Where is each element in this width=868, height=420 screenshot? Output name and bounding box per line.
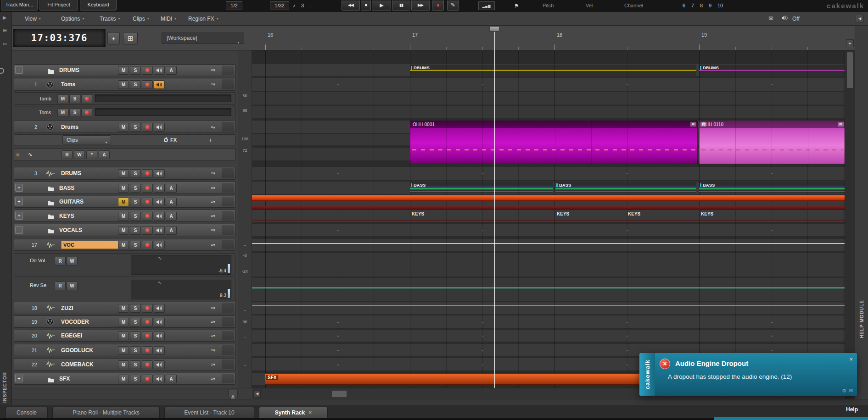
record-arm-button[interactable] — [142, 212, 153, 221]
track-row-toms[interactable]: 1TomsMS≡▾ — [14, 78, 235, 91]
lane-expand-icon[interactable]: ≡▾ — [211, 199, 215, 204]
input-echo-button[interactable] — [154, 80, 165, 89]
record-arm-button[interactable] — [142, 241, 153, 249]
toolbar-tab-track-man-[interactable]: Track Man... — [1, 0, 38, 11]
scroll-left-button[interactable]: ◀ — [253, 390, 261, 398]
grid-resolution-value[interactable]: 1/32 — [270, 1, 289, 10]
input-echo-button[interactable] — [154, 184, 165, 193]
record-arm-button[interactable] — [81, 94, 92, 103]
lane-expand-icon[interactable]: ≡▾ — [211, 362, 215, 367]
solo-button[interactable]: S — [130, 346, 141, 355]
record-arm-button[interactable] — [142, 198, 153, 206]
lane-expand-icon[interactable]: ≡▾ — [211, 68, 215, 72]
grid-icon[interactable]: ⊞ — [3, 28, 7, 33]
lane-expand-icon[interactable]: ≡▾ — [211, 82, 215, 87]
clip-drums-measure19[interactable]: DRUMS — [699, 65, 845, 76]
clip-bass-3[interactable]: BASS — [699, 182, 845, 193]
loop-number[interactable]: 8 — [700, 3, 703, 8]
horizontal-scrollbar-thumb[interactable] — [332, 391, 347, 397]
track-row-rev-se[interactable]: Rev SeRW∿-9.3 — [14, 278, 235, 301]
scissors-icon[interactable]: ✄ — [3, 41, 7, 47]
loop-number[interactable]: 7 — [691, 3, 694, 8]
toolbar-tab-fit-project[interactable]: Fit Project — [39, 0, 78, 11]
record-arm-button[interactable] — [142, 318, 153, 326]
track-row-comeback[interactable]: 22COMEBACKMS≡▾ — [14, 358, 235, 370]
mute-button[interactable]: M — [118, 304, 129, 313]
record-arm-button[interactable] — [142, 346, 153, 355]
lane-expand-icon[interactable]: ≡▾ — [211, 243, 215, 247]
add-fx-button[interactable]: + — [209, 137, 213, 144]
input-echo-button[interactable] — [154, 318, 165, 326]
track-row-bass[interactable]: +BASSMSA≡▾ — [14, 182, 235, 194]
stop-button[interactable]: ■ — [361, 0, 371, 11]
solo-button[interactable]: S — [130, 169, 141, 178]
lane-expand-icon[interactable]: ≡▾ — [211, 333, 215, 338]
read-automation-button[interactable]: R — [55, 257, 66, 265]
tab-close-icon[interactable]: × — [308, 409, 312, 416]
speaker-icon[interactable] — [781, 15, 789, 22]
solo-button[interactable]: S — [130, 375, 141, 383]
record-arm-button[interactable] — [142, 80, 153, 89]
solo-button[interactable]: S — [130, 66, 141, 75]
timeline-ruler[interactable]: 16171819 — [252, 26, 845, 50]
lane-expand-icon[interactable]: ≡▾ — [211, 348, 215, 353]
clip-keys-4[interactable]: KEYS — [701, 211, 713, 216]
lane-clip-field[interactable] — [95, 94, 231, 102]
fx-power-button[interactable]: FX — [164, 137, 177, 143]
input-echo-button[interactable] — [154, 346, 165, 355]
mute-button[interactable]: M — [118, 226, 129, 235]
input-echo-off-label[interactable]: Off — [792, 16, 800, 22]
workspace-dropdown[interactable]: [Workspace] ▼ — [162, 33, 244, 44]
play-button[interactable]: ▶ — [372, 0, 391, 11]
solo-button[interactable]: S — [130, 226, 141, 235]
folder-expander-button[interactable]: + — [15, 184, 23, 192]
envelope-icon[interactable]: ✉ — [849, 388, 853, 394]
track-row-keys[interactable]: +KEYSMSA≡▾ — [14, 210, 235, 222]
snap-value[interactable]: 1/2 — [226, 1, 242, 10]
lane-expand-icon[interactable]: ≡▾ — [211, 306, 215, 310]
input-echo-button[interactable] — [154, 304, 165, 313]
help-link[interactable]: Help — [846, 406, 858, 413]
record-arm-button[interactable] — [142, 226, 153, 235]
lane-expand-icon[interactable]: ≡▾ — [211, 171, 215, 176]
vertical-scrollbar[interactable] — [845, 50, 855, 388]
help-module-label[interactable]: HELP MODULE — [859, 300, 864, 338]
mute-button[interactable]: M — [118, 212, 129, 221]
mute-button[interactable]: M — [118, 169, 129, 178]
record-arm-button[interactable] — [142, 304, 153, 313]
solo-button[interactable]: S — [130, 304, 141, 313]
track-row-sfx[interactable]: +SFXMSA≡▾ — [14, 373, 235, 385]
lane-expand-icon[interactable]: ≡▴ — [211, 125, 215, 129]
clip-ohh-0001[interactable]: OHH-0001⇄ — [410, 121, 698, 164]
record-arm-button[interactable] — [142, 169, 153, 178]
gear-icon[interactable]: ⚙ — [842, 388, 846, 394]
track-row-drums[interactable]: 2DrumsMS≡▴ — [14, 121, 235, 133]
automation-display[interactable]: ∿-9.4 — [131, 255, 231, 275]
collapse-track-panel-button[interactable]: ▲ — [228, 390, 238, 398]
add-track-button[interactable]: + — [107, 32, 120, 44]
clip-keys-2[interactable]: KEYS — [557, 211, 569, 216]
clip-drums-measure17[interactable]: DRUMS — [410, 65, 696, 76]
folder-expander-button[interactable]: − — [15, 66, 23, 74]
clip-keys-1[interactable]: KEYS — [412, 211, 424, 216]
read-automation-button[interactable]: R — [62, 150, 73, 159]
collapse-right-panel-button[interactable]: ◀ — [856, 15, 864, 23]
playhead-line[interactable] — [494, 50, 495, 388]
record-arm-button[interactable] — [142, 66, 153, 75]
solo-button[interactable]: S — [130, 318, 141, 326]
rewind-button[interactable]: ◀◀ — [342, 0, 360, 11]
archive-button[interactable]: A — [166, 66, 177, 75]
folder-expander-button[interactable]: + — [15, 212, 23, 220]
track-name-field[interactable]: VOC — [61, 241, 120, 249]
solo-button[interactable]: S — [130, 360, 141, 369]
fast-forward-button[interactable]: ▶▶ — [411, 0, 430, 11]
menu-clips[interactable]: Clips▾ — [133, 12, 149, 25]
bottom-tab-synth-rack[interactable]: Synth Rack× — [259, 407, 328, 418]
track-row-goodluck[interactable]: 21GOODLUCKMS≡▾ — [14, 344, 235, 356]
solo-button[interactable]: S — [130, 332, 141, 340]
track-row-drums[interactable]: 3DRUMSMS≡▾ — [14, 167, 235, 180]
draw-tool-button[interactable]: ✎ — [447, 0, 459, 11]
archive-button[interactable]: A — [166, 184, 177, 193]
menu-view[interactable]: View▾ — [25, 12, 41, 25]
lane-expand-icon[interactable]: ≡▾ — [211, 376, 215, 381]
